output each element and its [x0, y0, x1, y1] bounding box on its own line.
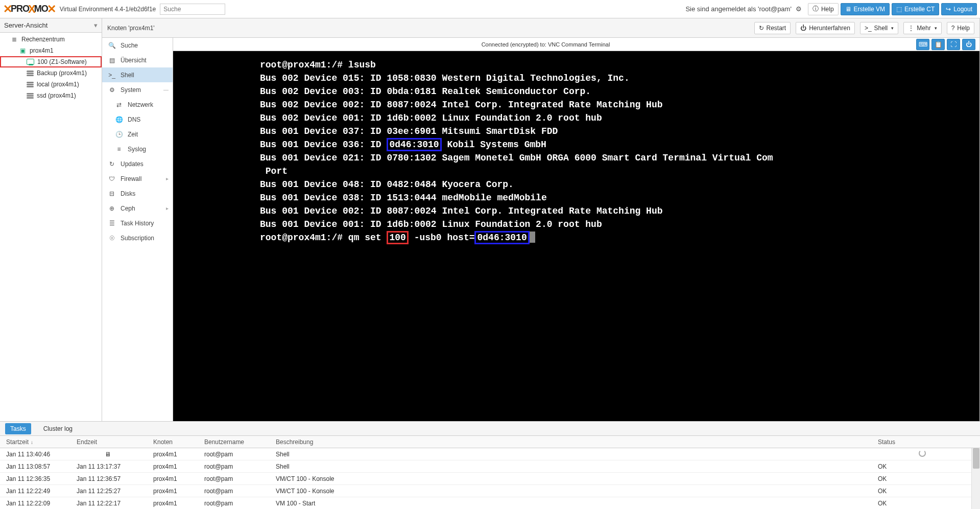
tree-storage-local[interactable]: local (prox4m1)	[0, 79, 102, 90]
tree-label: Backup (prox4m1)	[37, 70, 87, 77]
menu-disks[interactable]: ⊟Disks	[102, 186, 173, 201]
gear-icon[interactable]: ⚙	[796, 5, 802, 13]
help-button[interactable]: ⓘHelp	[808, 3, 839, 15]
view-selector-label: Server-Ansicht	[4, 21, 47, 29]
node-side-menu: 🔍Suche ▤Übersicht >_Shell ⚙System— ⇄Netz…	[102, 38, 173, 421]
col-description[interactable]: Beschreibung	[276, 438, 878, 446]
tab-cluster-log[interactable]: Cluster log	[38, 423, 78, 434]
top-header: ✕ PRO X MO ✕ Virtual Environment 4.4-1/e…	[0, 0, 980, 18]
login-message: Sie sind angemeldet als 'root@pam'	[685, 5, 792, 13]
menu-label: Syslog	[128, 146, 146, 153]
task-row[interactable]: Jan 11 12:22:49Jan 11 12:25:27prox4m1roo…	[0, 485, 980, 497]
power-button[interactable]: ⏻	[962, 39, 975, 50]
help-label: Help	[957, 25, 970, 32]
monitor-icon: 🖥	[845, 6, 851, 13]
shell-dropdown-button[interactable]: >_Shell▾	[860, 22, 898, 34]
tree-storage-backup[interactable]: Backup (prox4m1)	[0, 67, 102, 79]
content-help-button[interactable]: ?Help	[947, 22, 974, 34]
caret-down-icon: ▾	[891, 26, 894, 31]
menu-firewall[interactable]: 🛡Firewall▸	[102, 171, 173, 186]
tree-node-prox4m1[interactable]: ▣prox4m1	[0, 45, 102, 56]
menu-ceph[interactable]: ⊕Ceph▸	[102, 201, 173, 216]
storage-icon	[27, 82, 34, 87]
clock-icon: 🕒	[115, 131, 123, 138]
create-vm-label: Erstelle VM	[854, 6, 885, 13]
tree-storage-ssd[interactable]: ssd (prox4m1)	[0, 90, 102, 101]
task-panel: Tasks Cluster log Startzeit↓ Endzeit Kno…	[0, 421, 980, 509]
col-starttime[interactable]: Startzeit↓	[0, 438, 77, 446]
logout-button[interactable]: ↪Logout	[941, 3, 977, 15]
tree-vm-100[interactable]: 100 (Z1-Software)	[0, 56, 102, 67]
storage-icon	[27, 93, 34, 99]
tab-tasks[interactable]: Tasks	[5, 423, 31, 434]
storage-icon	[27, 71, 34, 76]
search-input[interactable]	[160, 4, 225, 15]
menu-label: Task History	[121, 220, 154, 227]
tree-datacenter[interactable]: ≣Rechenzentrum	[0, 34, 102, 45]
logo: ✕ PRO X MO ✕	[4, 3, 55, 16]
col-status[interactable]: Status	[878, 438, 980, 446]
logo-text-pro: PRO	[11, 4, 29, 14]
create-vm-button[interactable]: 🖥Erstelle VM	[841, 3, 890, 15]
cube-icon: ⬚	[896, 6, 902, 13]
terminal-output[interactable]: root@prox4m1:/# lsusbBus 002 Device 015:…	[173, 51, 979, 421]
menu-subscription[interactable]: ☉Subscription	[102, 230, 173, 245]
tree-label: prox4m1	[30, 47, 54, 54]
scrollbar[interactable]	[971, 448, 980, 509]
clipboard-button[interactable]: 📋	[931, 39, 945, 50]
expand-icon: ▸	[166, 205, 169, 211]
vnc-toolbar: Connected (encrypted) to: VNC Command Te…	[173, 38, 979, 51]
menu-label: Zeit	[128, 131, 138, 138]
menu-system[interactable]: ⚙System—	[102, 82, 173, 97]
task-row[interactable]: Jan 11 12:36:35Jan 11 12:36:57prox4m1roo…	[0, 473, 980, 485]
menu-network[interactable]: ⇄Netzwerk	[102, 97, 173, 112]
disk-icon: ⊟	[108, 190, 115, 197]
tree-label: 100 (Z1-Software)	[37, 58, 87, 65]
menu-time[interactable]: 🕒Zeit	[102, 127, 173, 142]
menu-dns[interactable]: 🌐DNS	[102, 112, 173, 127]
menu-label: Übersicht	[121, 57, 147, 64]
list-icon: ☰	[108, 220, 115, 227]
task-row[interactable]: Jan 11 13:40:46🖥prox4m1root@pamShell	[0, 448, 980, 460]
shield-icon: 🛡	[108, 175, 115, 182]
tree-label: local (prox4m1)	[37, 81, 79, 88]
env-label: Virtual Environment 4.4-1/eb2d6f1e	[60, 6, 156, 13]
chevron-down-icon: ▾	[94, 21, 98, 29]
restart-label: Restart	[767, 25, 786, 32]
shutdown-button[interactable]: ⏻Herunterfahren	[796, 22, 855, 34]
tree-label: Rechenzentrum	[21, 36, 65, 43]
spinner-icon	[919, 450, 926, 457]
expand-icon: ▸	[166, 176, 169, 181]
task-table-body: Jan 11 13:40:46🖥prox4m1root@pamShellJan …	[0, 448, 980, 509]
menu-search[interactable]: 🔍Suche	[102, 38, 173, 53]
monitor-icon: 🖥	[105, 451, 111, 458]
more-dropdown-button[interactable]: ⋮Mehr▾	[903, 22, 941, 34]
menu-updates[interactable]: ↻Updates	[102, 156, 173, 171]
create-ct-button[interactable]: ⬚Erstelle CT	[892, 3, 939, 15]
resource-tree-panel: Server-Ansicht ▾ ≣Rechenzentrum ▣prox4m1…	[0, 18, 102, 421]
fullscreen-button[interactable]: ⛶	[947, 39, 960, 50]
menu-icon: ⋮	[908, 25, 914, 32]
menu-shell[interactable]: >_Shell	[102, 67, 173, 82]
task-row[interactable]: Jan 11 13:08:57Jan 11 13:17:37prox4m1roo…	[0, 460, 980, 473]
power-icon: ⏻	[800, 25, 806, 32]
tree-label: ssd (prox4m1)	[37, 92, 76, 99]
menu-summary[interactable]: ▤Übersicht	[102, 53, 173, 67]
menu-label: System	[121, 86, 141, 94]
help-icon: ?	[951, 25, 955, 32]
restart-button[interactable]: ↻Restart	[754, 22, 791, 34]
task-table-header[interactable]: Startzeit↓ Endzeit Knoten Benutzername B…	[0, 436, 980, 448]
menu-syslog[interactable]: ≡Syslog	[102, 142, 173, 156]
global-search[interactable]	[160, 4, 225, 15]
connection-status: Connected (encrypted) to: VNC Command Te…	[177, 41, 914, 48]
scrollbar-thumb[interactable]	[973, 448, 979, 469]
col-endtime[interactable]: Endzeit	[77, 438, 153, 446]
search-icon: 🔍	[108, 42, 115, 49]
view-selector[interactable]: Server-Ansicht ▾	[0, 18, 102, 33]
send-keys-button[interactable]: ⌨	[916, 39, 929, 50]
task-row[interactable]: Jan 11 12:22:09Jan 11 12:22:17prox4m1roo…	[0, 497, 980, 509]
col-user[interactable]: Benutzername	[204, 438, 276, 446]
col-node[interactable]: Knoten	[153, 438, 204, 446]
shell-label: Shell	[874, 25, 888, 32]
menu-task-history[interactable]: ☰Task History	[102, 216, 173, 230]
